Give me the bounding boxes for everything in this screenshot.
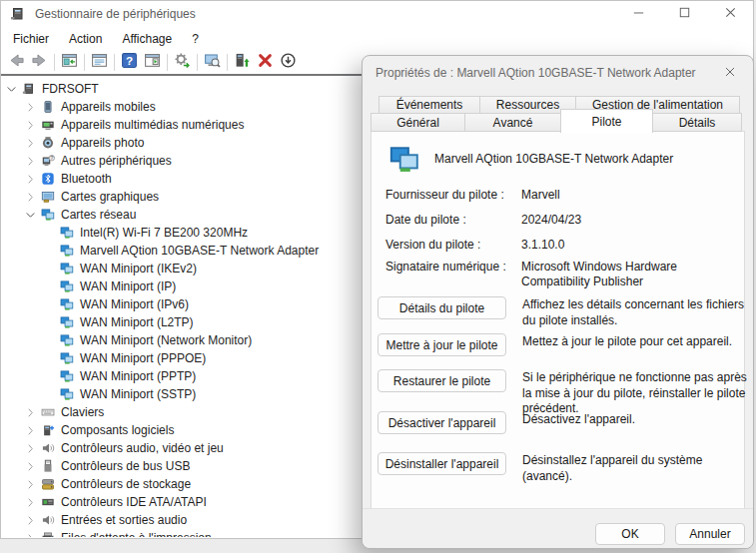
tab-evenements[interactable]: Événements <box>378 96 480 114</box>
chevron-right-icon[interactable] <box>23 100 38 115</box>
tree-item[interactable]: WAN Miniport (L2TP) <box>2 313 362 331</box>
menu-item[interactable]: Affichage <box>112 29 182 49</box>
tree-item-label: Appareils photo <box>61 136 144 150</box>
minimize-button[interactable] <box>615 1 661 27</box>
tree-item[interactable]: Cartes graphiques <box>2 188 362 206</box>
tree-item-label: Contrôleurs de stockage <box>61 477 191 491</box>
chevron-right-icon[interactable] <box>23 459 38 474</box>
tree-spacer <box>42 351 57 366</box>
game-audio-controller-icon <box>40 440 56 456</box>
tab-details[interactable]: Détails <box>652 113 742 132</box>
tree-item[interactable]: Marvell AQtion 10GBASE-T Network Adapter <box>2 242 362 260</box>
chevron-right-icon[interactable] <box>23 513 38 528</box>
chevron-right-icon[interactable] <box>23 495 38 510</box>
back-button[interactable] <box>5 52 28 73</box>
tab-avance[interactable]: Avancé <box>464 113 561 132</box>
tree-item[interactable]: Contrôleurs de stockage <box>2 475 362 493</box>
console-tree-button[interactable] <box>58 52 81 73</box>
chevron-right-icon[interactable] <box>23 118 38 133</box>
tree-item[interactable]: Cartes réseau <box>2 206 362 224</box>
ok-button[interactable]: OK <box>595 523 665 545</box>
tree-item-label: WAN Miniport (PPPOE) <box>80 351 206 365</box>
tree-item[interactable]: Contrôleurs audio, vidéo et jeu <box>2 439 362 457</box>
chevron-right-icon[interactable] <box>23 405 38 420</box>
network-adapter-icon <box>59 314 75 330</box>
driver-field-row: Date du pilote : 2024/04/23 <box>385 213 736 228</box>
network-adapter-icon <box>59 296 75 312</box>
tab-row-back: ÉvénementsRessourcesGestion de l'aliment… <box>378 96 739 114</box>
tree-item[interactable]: Entrées et sorties audio <box>2 511 362 529</box>
chevron-right-icon[interactable] <box>23 441 38 456</box>
driver-action-button[interactable]: Mettre à jour le pilote <box>378 333 506 356</box>
tree-item[interactable]: Claviers <box>2 403 362 421</box>
tree-item-label: Marvell AQtion 10GBASE-T Network Adapter <box>80 244 319 258</box>
tree-item[interactable]: ? Autres périphériques <box>2 152 362 170</box>
field-value: 2024/04/23 <box>521 213 736 228</box>
menu-item[interactable]: Action <box>59 29 112 49</box>
chevron-right-icon[interactable] <box>23 136 38 151</box>
tree-item[interactable]: WAN Miniport (IP) <box>2 277 362 295</box>
dialog-titlebar: Propriétés de : Marvell AQtion 10GBASE-T… <box>363 56 753 90</box>
close-button[interactable] <box>707 1 753 27</box>
tab-pilote[interactable]: Pilote <box>560 109 653 133</box>
help-button[interactable]: ? <box>118 52 141 73</box>
forward-icon <box>31 52 48 73</box>
tree-item-label: Contrôleurs audio, vidéo et jeu <box>61 441 224 455</box>
chevron-right-icon[interactable] <box>23 190 38 205</box>
mobile-device-icon <box>40 99 56 115</box>
tree-item[interactable]: Files d'attente à l'impression <box>2 529 362 537</box>
unknown-device-icon: ? <box>40 153 56 169</box>
disable-device-button[interactable] <box>277 52 300 73</box>
tree-item[interactable]: Contrôleurs IDE ATA/ATAPI <box>2 493 362 511</box>
tree-item[interactable]: Appareils multimédias numériques <box>2 116 362 134</box>
driver-action-button[interactable]: Détails du pilote <box>378 296 506 319</box>
network-adapter-icon <box>59 368 75 384</box>
chevron-right-icon[interactable] <box>23 172 38 187</box>
tree-item[interactable]: Intel(R) Wi-Fi 7 BE200 320MHz <box>2 224 362 242</box>
chevron-down-icon[interactable] <box>23 208 38 223</box>
dialog-footer: OK Annuler <box>363 508 753 548</box>
tree-spacer <box>42 226 57 241</box>
tree-item[interactable]: Appareils mobiles <box>2 98 362 116</box>
driver-action-description: Si le périphérique ne fonctionne pas apr… <box>522 370 750 417</box>
remote-computer-button[interactable] <box>201 52 224 73</box>
properties-button[interactable] <box>88 52 111 73</box>
tree-spacer <box>42 262 57 276</box>
dialog-close-button[interactable] <box>720 63 740 83</box>
tree-item[interactable]: WAN Miniport (PPPOE) <box>2 349 362 367</box>
chevron-right-icon[interactable] <box>23 154 38 169</box>
back-icon <box>8 52 25 73</box>
tree-item[interactable]: WAN Miniport (PPTP) <box>2 367 362 385</box>
chevron-down-icon[interactable] <box>4 82 19 97</box>
tree-item[interactable]: WAN Miniport (IKEv2) <box>2 260 362 277</box>
forward-button[interactable] <box>28 52 51 73</box>
tree-item-label: FDRSOFT <box>42 82 99 96</box>
tree-item[interactable]: Bluetooth <box>2 170 362 188</box>
tree-item[interactable]: WAN Miniport (Network Monitor) <box>2 331 362 349</box>
chevron-right-icon[interactable] <box>23 423 38 438</box>
chevron-right-icon[interactable] <box>23 477 38 492</box>
tree-item[interactable]: Composants logiciels <box>2 421 362 439</box>
driver-action-button[interactable]: Désinstaller l'appareil <box>378 452 506 475</box>
driver-action-button[interactable]: Restaurer le pilote <box>378 369 506 392</box>
scan-hardware-button[interactable] <box>171 52 194 73</box>
tab-general[interactable]: Général <box>371 113 465 132</box>
menu-item[interactable]: ? <box>182 29 209 49</box>
driver-tab-page: Marvell AQtion 10GBASE-T Network Adapter… <box>371 131 745 511</box>
driver-action-button[interactable]: Désactiver l'appareil <box>378 411 506 434</box>
network-adapter-icon <box>59 278 75 294</box>
update-driver-button[interactable] <box>231 52 254 73</box>
uninstall-device-button[interactable] <box>254 52 277 73</box>
tree-item[interactable]: Appareils photo <box>2 134 362 152</box>
chevron-right-icon[interactable] <box>23 531 38 538</box>
tree-item[interactable]: WAN Miniport (IPv6) <box>2 295 362 313</box>
action-pane-button[interactable] <box>141 52 164 73</box>
tree-item[interactable]: FDRSOFT <box>2 80 362 98</box>
tree-item[interactable]: Contrôleurs de bus USB <box>2 457 362 475</box>
maximize-button[interactable] <box>661 1 707 27</box>
toolbar-separator <box>227 54 228 71</box>
menu-item[interactable]: Fichier <box>3 29 59 49</box>
cancel-button[interactable]: Annuler <box>675 523 745 545</box>
tree-item-label: WAN Miniport (PPTP) <box>80 369 196 383</box>
tree-item[interactable]: WAN Miniport (SSTP) <box>2 385 362 403</box>
